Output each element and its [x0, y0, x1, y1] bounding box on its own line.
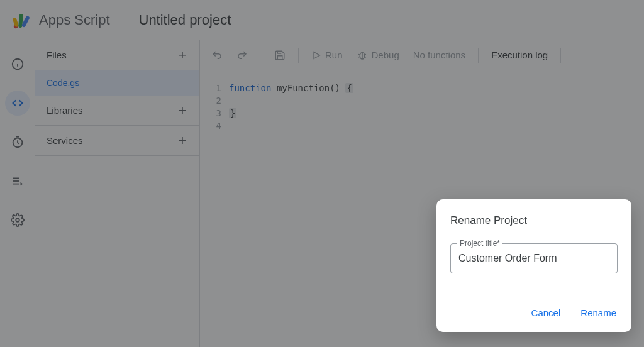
rename-button[interactable]: Rename: [579, 304, 618, 322]
project-title-input[interactable]: [458, 253, 609, 264]
dialog-actions: Cancel Rename: [450, 304, 618, 322]
project-title-field[interactable]: Project title*: [450, 243, 618, 273]
cancel-button[interactable]: Cancel: [530, 304, 562, 322]
field-label: Project title*: [457, 239, 502, 248]
dialog-title: Rename Project: [450, 214, 618, 227]
rename-project-dialog: Rename Project Project title* Cancel Ren…: [436, 199, 631, 332]
